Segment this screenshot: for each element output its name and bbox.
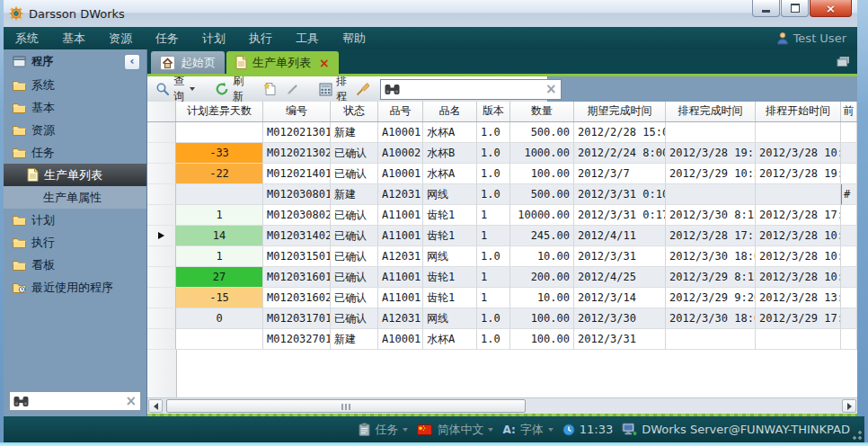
scroll-right-button[interactable] [842,399,856,413]
column-header[interactable]: 状态 [331,102,378,121]
tab[interactable]: 起始页 [151,51,225,74]
table-row[interactable]: -15M012031602已确认A11001齿轮1110.002012/3/14… [147,288,857,308]
table-cell[interactable]: 2012/3/28 10:52 [756,143,841,164]
table-cell[interactable]: 2012/3/30 18:00 [666,246,756,267]
table-row[interactable]: 0M012031701已确认A12031网线1.0100.002012/3/30… [147,308,857,329]
sidebar-search-input[interactable] [32,394,121,408]
sidebar-item[interactable]: 资源 [4,119,146,141]
table-cell[interactable] [666,184,756,205]
table-cell[interactable]: 10.00 [510,246,574,267]
table-cell[interactable]: 水杯A [423,164,477,184]
table-cell[interactable] [841,329,857,350]
table-row[interactable]: 1M012030802已确认A11001齿轮1110000.002012/3/3… [147,205,857,226]
row-indicator-cell[interactable] [147,122,176,143]
column-header[interactable]: 品号 [378,102,423,121]
table-cell[interactable] [841,143,857,164]
clean-button[interactable] [353,80,373,98]
sidebar-item[interactable]: 最近使用的程序 [4,276,146,299]
plan-diff-cell[interactable]: 1 [176,205,263,226]
column-header[interactable]: 数量 [510,102,574,121]
language-menu[interactable]: 简体中文 [417,422,493,438]
table-cell[interactable]: 已确认 [331,164,378,184]
table-row[interactable]: M012021301新建A10001水杯A1.0500.002012/2/28 … [147,122,857,143]
task-menu[interactable]: 任务 [359,422,408,438]
table-cell[interactable]: 2012/3/30 8:15 [666,205,756,226]
table-cell[interactable] [841,164,857,184]
table-row[interactable]: -22M012021401已确认A10001水杯A1.0100.002012/3… [147,164,857,184]
table-cell[interactable]: M012031402 [263,226,331,246]
sidebar-item[interactable]: 看板 [4,254,146,276]
plan-diff-cell[interactable]: -33 [176,143,263,164]
table-cell[interactable]: 2012/3/28 19:10 [666,143,756,164]
table-cell[interactable]: 2012/3/28 10:52 [756,246,841,267]
table-cell[interactable]: 10.00 [510,288,574,308]
column-header[interactable]: 排程开始时间 [756,102,841,121]
table-cell[interactable]: 齿轮1 [423,226,477,246]
table-cell[interactable]: 2012/3/29 9:20 [666,288,756,308]
sidebar-collapse-button[interactable]: ‹ [124,54,140,70]
table-cell[interactable]: # [841,184,857,205]
table-cell[interactable]: 500.00 [510,184,574,205]
table-cell[interactable]: 已确认 [331,246,378,267]
menu-item[interactable]: 资源 [97,27,144,49]
table-cell[interactable]: 245.00 [510,226,574,246]
table-cell[interactable] [841,308,857,329]
menu-item[interactable]: 执行 [237,27,284,49]
table-cell[interactable]: 1 [477,205,510,226]
table-cell[interactable]: 1 [477,226,510,246]
table-cell[interactable]: A10001 [378,164,423,184]
row-indicator-cell[interactable] [147,164,176,184]
table-cell[interactable]: M012031701 [263,308,331,329]
plan-diff-cell[interactable]: 0 [176,308,263,329]
table-cell[interactable] [666,329,756,350]
table-row[interactable]: M012032701新建A10001水杯A1.0100.002012/3/31 [147,329,857,350]
table-cell[interactable]: 2012/3/31 0:17 [574,205,666,226]
menu-item[interactable]: 计划 [190,27,237,49]
table-cell[interactable]: 1.0 [477,246,510,267]
table-cell[interactable] [666,122,756,143]
toolbar-search-input[interactable] [403,82,542,96]
table-cell[interactable]: 已确认 [331,226,378,246]
tab[interactable]: 生产单列表× [226,51,339,74]
table-cell[interactable]: 1000.00 [510,143,574,164]
table-cell[interactable]: A11001 [378,288,423,308]
menu-item[interactable]: 帮助 [331,27,377,49]
table-cell[interactable]: M012031601 [263,267,331,288]
user-indicator[interactable]: Test User [776,31,857,45]
sidebar-item[interactable]: 基本 [4,96,146,119]
table-cell[interactable]: 2012/3/30 18:00 [666,308,756,329]
table-cell[interactable]: 水杯A [423,122,477,143]
table-cell[interactable]: 2012/3/28 10:52 [756,267,841,288]
column-header[interactable]: 排程完成时间 [666,102,756,121]
sidebar-search-clear-icon[interactable]: × [125,395,137,408]
table-cell[interactable]: A10001 [378,329,423,350]
table-cell[interactable] [841,205,857,226]
plan-diff-cell[interactable]: -22 [176,164,263,184]
table-cell[interactable]: 2012/3/28 17:13 [666,226,756,246]
table-cell[interactable]: 2012/3/30 [574,308,666,329]
table-cell[interactable]: 2012/3/31 [574,329,666,350]
table-cell[interactable]: M012032701 [263,329,331,350]
column-header[interactable]: 计划差异天数 [176,102,263,121]
maximize-button[interactable] [781,0,809,17]
table-cell[interactable]: 2012/3/28 19:10 [756,164,841,184]
row-indicator-cell[interactable] [147,308,176,329]
table-cell[interactable]: 2012/4/11 [574,226,666,246]
table-cell[interactable]: 水杯B [423,143,477,164]
scroll-left-button[interactable] [148,399,163,413]
sidebar-item[interactable]: 执行 [4,231,146,254]
plan-diff-cell[interactable] [176,184,263,205]
table-cell[interactable]: M012031602 [263,288,331,308]
plan-diff-cell[interactable]: -15 [176,288,263,308]
table-cell[interactable]: 水杯A [423,329,477,350]
table-cell[interactable]: 2012/3/29 10:20 [666,164,756,184]
menu-item[interactable]: 工具 [284,27,331,49]
table-cell[interactable]: 500.00 [510,122,574,143]
query-dropdown-icon[interactable] [190,87,195,91]
plan-diff-cell[interactable]: 27 [176,267,263,288]
table-cell[interactable]: 网线 [423,308,477,329]
table-cell[interactable] [841,267,857,288]
table-cell[interactable]: 新建 [331,122,378,143]
sidebar-item[interactable]: 任务 [4,141,146,164]
table-cell[interactable]: 1.0 [477,164,510,184]
